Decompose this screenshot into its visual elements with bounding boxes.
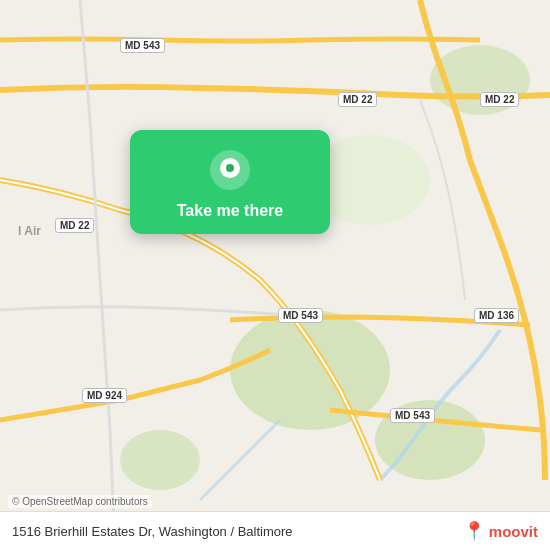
take-me-there-label: Take me there bbox=[177, 202, 283, 220]
bottom-bar: 1516 Brierhill Estates Dr, Washington / … bbox=[0, 511, 550, 550]
address-text: 1516 Brierhill Estates Dr, Washington / … bbox=[12, 524, 293, 539]
svg-text:l Air: l Air bbox=[18, 224, 41, 238]
road-label-md543-top: MD 543 bbox=[120, 38, 165, 53]
road-label-md136: MD 136 bbox=[474, 308, 519, 323]
moovit-text: moovit bbox=[489, 523, 538, 540]
moovit-logo: 📍 moovit bbox=[463, 520, 538, 542]
road-label-md22-top2: MD 22 bbox=[480, 92, 519, 107]
map-roads-svg: l Air bbox=[0, 0, 550, 550]
location-pin-icon bbox=[208, 148, 252, 192]
road-label-md924: MD 924 bbox=[82, 388, 127, 403]
road-label-md543-btm: MD 543 bbox=[390, 408, 435, 423]
take-me-there-button[interactable]: Take me there bbox=[130, 130, 330, 234]
road-label-md22-left: MD 22 bbox=[55, 218, 94, 233]
svg-point-3 bbox=[120, 430, 200, 490]
road-label-md543-mid: MD 543 bbox=[278, 308, 323, 323]
map-container: l Air MD 543 MD 22 MD 22 MD 22 MD 924 MD… bbox=[0, 0, 550, 550]
osm-credit: © OpenStreetMap contributors bbox=[8, 495, 152, 508]
moovit-pin-icon: 📍 bbox=[463, 520, 485, 542]
svg-point-9 bbox=[226, 164, 234, 172]
road-label-md22-top: MD 22 bbox=[338, 92, 377, 107]
